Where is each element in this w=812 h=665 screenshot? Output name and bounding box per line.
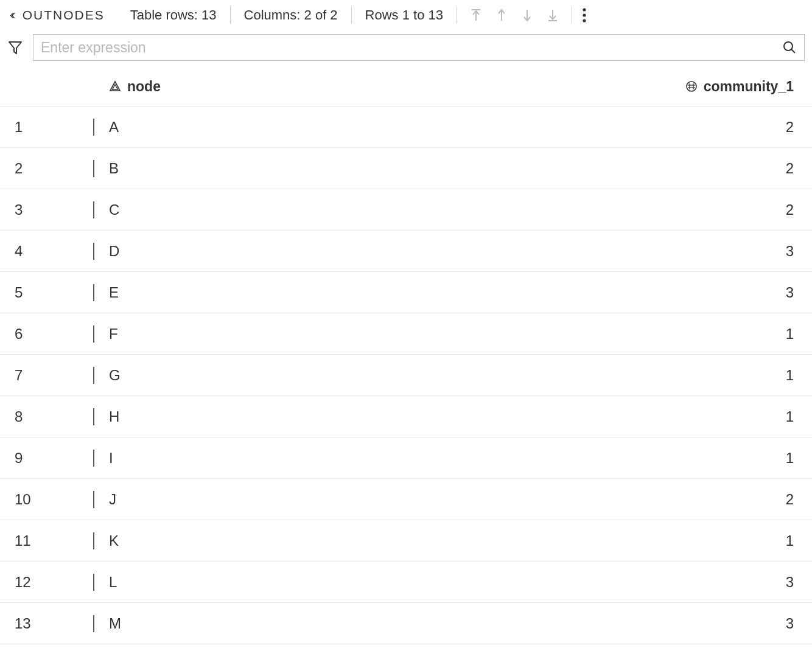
data-table: node community_1 1A22B23C24D35E36F17G18H… bbox=[0, 67, 812, 644]
cell-community: 2 bbox=[350, 201, 812, 218]
row-number: 8 bbox=[0, 408, 94, 425]
table-row[interactable]: 11K1 bbox=[0, 520, 812, 561]
cell-node: A bbox=[94, 119, 350, 136]
filter-row bbox=[0, 30, 812, 67]
cell-community: 1 bbox=[350, 367, 812, 384]
cell-node: K bbox=[94, 532, 350, 549]
table-row[interactable]: 8H1 bbox=[0, 395, 812, 437]
cell-node: E bbox=[94, 284, 350, 301]
cell-community: 3 bbox=[350, 574, 812, 591]
cell-community: 1 bbox=[350, 326, 812, 343]
go-down-icon[interactable] bbox=[522, 9, 533, 22]
table-row[interactable]: 5E3 bbox=[0, 271, 812, 313]
cell-community: 2 bbox=[350, 491, 812, 508]
cell-node: F bbox=[94, 326, 350, 343]
cell-node: G bbox=[94, 367, 350, 384]
row-number: 13 bbox=[0, 615, 94, 632]
string-type-icon bbox=[109, 80, 121, 92]
filter-input-wrap bbox=[33, 34, 805, 61]
cell-node: B bbox=[94, 160, 350, 177]
cell-community: 1 bbox=[350, 408, 812, 425]
table-row[interactable]: 2B2 bbox=[0, 147, 812, 189]
cell-node: I bbox=[94, 450, 350, 467]
numeric-type-icon bbox=[685, 80, 698, 92]
cell-community: 2 bbox=[350, 119, 812, 136]
row-number: 12 bbox=[0, 574, 94, 591]
go-first-icon[interactable] bbox=[471, 9, 481, 22]
table-row[interactable]: 4D3 bbox=[0, 230, 812, 271]
svg-marker-9 bbox=[9, 42, 21, 54]
table-row[interactable]: 7G1 bbox=[0, 354, 812, 395]
cell-node: C bbox=[94, 201, 350, 218]
table-row[interactable]: 10J2 bbox=[0, 478, 812, 520]
row-number: 1 bbox=[0, 119, 94, 136]
cell-node: L bbox=[94, 574, 350, 591]
row-number: 5 bbox=[0, 284, 94, 301]
cell-node: D bbox=[94, 243, 350, 260]
row-number: 4 bbox=[0, 243, 94, 260]
cell-community: 3 bbox=[350, 615, 812, 632]
table-name: OUTNODES bbox=[18, 8, 117, 23]
go-up-icon[interactable] bbox=[496, 9, 507, 22]
cell-node: M bbox=[94, 615, 350, 632]
column-header-node[interactable]: node bbox=[94, 78, 350, 95]
cell-node: J bbox=[94, 491, 350, 508]
column-header-label: node bbox=[127, 78, 161, 95]
table-row[interactable]: 9I1 bbox=[0, 437, 812, 478]
table-row[interactable]: 12L3 bbox=[0, 561, 812, 602]
filter-icon[interactable] bbox=[7, 40, 23, 55]
go-last-icon[interactable] bbox=[547, 9, 558, 22]
row-number: 10 bbox=[0, 491, 94, 508]
cell-community: 3 bbox=[350, 243, 812, 260]
cell-community: 3 bbox=[350, 284, 812, 301]
columns-info: Columns: 2 of 2 bbox=[231, 7, 351, 23]
cell-node: H bbox=[94, 408, 350, 425]
table-rows-info: Table rows: 13 bbox=[117, 7, 230, 23]
cell-community: 1 bbox=[350, 532, 812, 549]
row-nav-controls bbox=[457, 9, 572, 22]
table-header: node community_1 bbox=[0, 67, 812, 106]
table-row[interactable]: 13M3 bbox=[0, 602, 812, 644]
svg-point-10 bbox=[784, 42, 793, 50]
table-body: 1A22B23C24D35E36F17G18H19I110J211K112L31… bbox=[0, 106, 812, 644]
rows-range-info: Rows 1 to 13 bbox=[352, 7, 457, 23]
table-row[interactable]: 3C2 bbox=[0, 189, 812, 230]
svg-point-7 bbox=[583, 13, 586, 16]
column-header-community[interactable]: community_1 bbox=[350, 78, 812, 95]
back-icon[interactable]: ‹‹ bbox=[7, 7, 18, 23]
kebab-menu-icon[interactable] bbox=[572, 7, 594, 23]
row-number: 7 bbox=[0, 367, 94, 384]
cell-community: 1 bbox=[350, 450, 812, 467]
table-row[interactable]: 1A2 bbox=[0, 106, 812, 147]
filter-input[interactable] bbox=[41, 40, 782, 56]
row-number: 9 bbox=[0, 450, 94, 467]
toolbar: ‹‹ OUTNODES Table rows: 13 Columns: 2 of… bbox=[0, 0, 812, 30]
svg-line-11 bbox=[791, 49, 795, 53]
svg-point-14 bbox=[687, 82, 696, 91]
svg-point-8 bbox=[583, 19, 586, 22]
search-icon[interactable] bbox=[782, 40, 797, 55]
row-number: 11 bbox=[0, 532, 94, 549]
svg-point-6 bbox=[583, 8, 586, 11]
cell-community: 2 bbox=[350, 160, 812, 177]
row-number: 2 bbox=[0, 160, 94, 177]
row-number: 3 bbox=[0, 201, 94, 218]
column-header-label: community_1 bbox=[704, 78, 794, 95]
row-number: 6 bbox=[0, 326, 94, 343]
table-row[interactable]: 6F1 bbox=[0, 313, 812, 354]
